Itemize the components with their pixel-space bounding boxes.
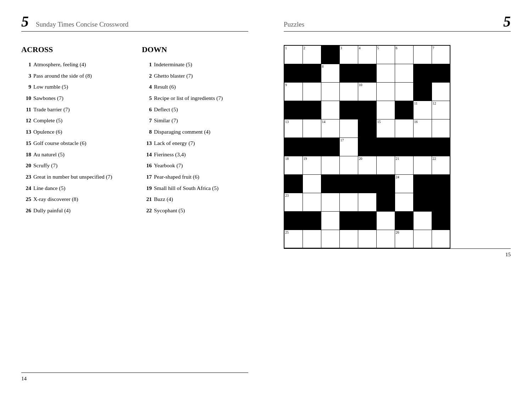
- grid-cell: [432, 193, 450, 211]
- crossword-area: 1234567891011121314151617181920212224232…: [284, 45, 511, 248]
- clue-number: 15: [21, 139, 31, 147]
- clue-item: 24Line dance (5): [21, 184, 128, 192]
- grid-cell: [413, 156, 432, 174]
- clue-item: 7Similar (7): [142, 117, 248, 124]
- clue-text: Sycophant (5): [154, 207, 248, 214]
- grid-cell: [376, 193, 395, 211]
- clue-item: 13Opulence (6): [21, 128, 128, 136]
- grid-cell: [376, 156, 395, 174]
- left-page-title: Sunday Times Concise Crossword: [36, 21, 128, 28]
- clue-number: 2: [142, 72, 152, 80]
- grid-cell: 3: [339, 45, 358, 64]
- clue-number: 12: [21, 117, 31, 124]
- cell-number: 13: [285, 120, 289, 124]
- clue-text: Au naturel (5): [33, 151, 128, 158]
- clue-item: 10Sawbones (7): [21, 94, 128, 102]
- cell-number: 19: [304, 157, 307, 161]
- grid-cell: 21: [395, 156, 413, 174]
- grid-cell: [303, 174, 321, 193]
- cell-number: 15: [377, 120, 381, 124]
- right-page-footer: 15: [284, 248, 511, 258]
- grid-cell: 25: [284, 230, 303, 248]
- grid-cell: [376, 138, 395, 156]
- grid-cell: [339, 156, 358, 174]
- cell-number: 26: [396, 231, 399, 234]
- clue-number: 19: [142, 184, 152, 192]
- clue-item: 18Au naturel (5): [21, 151, 128, 158]
- grid-cell: 2: [303, 45, 321, 64]
- grid-cell: [432, 82, 450, 101]
- grid-cell: 26: [395, 230, 413, 248]
- clue-text: Ghetto blaster (7): [154, 72, 248, 80]
- clue-number: 25: [21, 195, 31, 203]
- grid-cell: [339, 82, 358, 101]
- clue-text: Pear-shaped fruit (6): [154, 173, 248, 181]
- grid-cell: [321, 156, 339, 174]
- grid-cell: [321, 174, 339, 193]
- cell-number: 8: [322, 65, 324, 68]
- grid-cell: [339, 101, 358, 119]
- cell-number: 14: [322, 120, 326, 124]
- grid-cell: 22: [432, 156, 450, 174]
- grid-cell: [413, 82, 432, 101]
- clue-number: 11: [21, 106, 31, 113]
- grid-cell: 7: [432, 45, 450, 64]
- grid-cell: [321, 211, 339, 230]
- cell-number: 24: [396, 175, 399, 179]
- grid-cell: [358, 138, 376, 156]
- grid-cell: [395, 101, 413, 119]
- grid-cell: 4: [358, 45, 376, 64]
- grid-cell: [303, 138, 321, 156]
- clue-item: 5Recipe or list of ingredients (7): [142, 94, 248, 102]
- cell-number: 7: [433, 46, 434, 50]
- grid-cell: [321, 138, 339, 156]
- clue-text: Small hill of South Africa (5): [154, 184, 248, 192]
- clue-item: 12Complete (5): [21, 117, 128, 124]
- grid-cell: [376, 64, 395, 82]
- clue-item: 13Lack of energy (7): [142, 139, 248, 147]
- clue-text: Line dance (5): [33, 184, 128, 192]
- clue-text: Low rumble (5): [33, 83, 128, 91]
- grid-cell: 20: [358, 156, 376, 174]
- clue-number: 7: [142, 117, 152, 124]
- grid-cell: [339, 230, 358, 248]
- clue-number: 26: [21, 207, 31, 214]
- grid-cell: 14: [321, 119, 339, 138]
- grid-cell: [395, 64, 413, 82]
- grid-cell: [339, 211, 358, 230]
- clue-item: 3Pass around the side of (8): [21, 72, 128, 80]
- grid-cell: [321, 101, 339, 119]
- grid-cell: [303, 101, 321, 119]
- grid-cell: 18: [284, 156, 303, 174]
- cell-number: 12: [433, 102, 436, 105]
- grid-cell: [358, 230, 376, 248]
- cell-number: 23: [285, 194, 289, 197]
- grid-cell: [432, 174, 450, 193]
- clue-number: 10: [21, 94, 31, 102]
- grid-cell: 17: [339, 138, 358, 156]
- grid-cell: 8: [321, 64, 339, 82]
- cell-number: 2: [304, 46, 305, 50]
- clue-number: 9: [21, 83, 31, 91]
- grid-cell: 6: [395, 45, 413, 64]
- clue-text: Similar (7): [154, 117, 248, 124]
- cell-number: 1: [285, 46, 287, 50]
- cell-number: 16: [414, 120, 418, 124]
- clue-item: 6Deflect (5): [142, 106, 248, 113]
- clue-text: Pass around the side of (8): [33, 72, 128, 80]
- grid-cell: 1: [284, 45, 303, 64]
- across-column: ACROSS 1Atmosphere, feeling (4)3Pass aro…: [21, 45, 128, 373]
- grid-cell: [358, 193, 376, 211]
- cell-number: 22: [433, 157, 436, 161]
- grid-cell: [376, 82, 395, 101]
- grid-cell: [284, 101, 303, 119]
- right-page-number: 5: [503, 14, 511, 29]
- clue-item: 26Dully painful (4): [21, 207, 128, 214]
- clue-number: 20: [21, 162, 31, 169]
- clue-text: Deflect (5): [154, 106, 248, 113]
- grid-cell: [432, 230, 450, 248]
- clue-number: 13: [21, 128, 31, 136]
- clue-text: Complete (5): [33, 117, 128, 124]
- grid-cell: [358, 101, 376, 119]
- grid-cell: [358, 174, 376, 193]
